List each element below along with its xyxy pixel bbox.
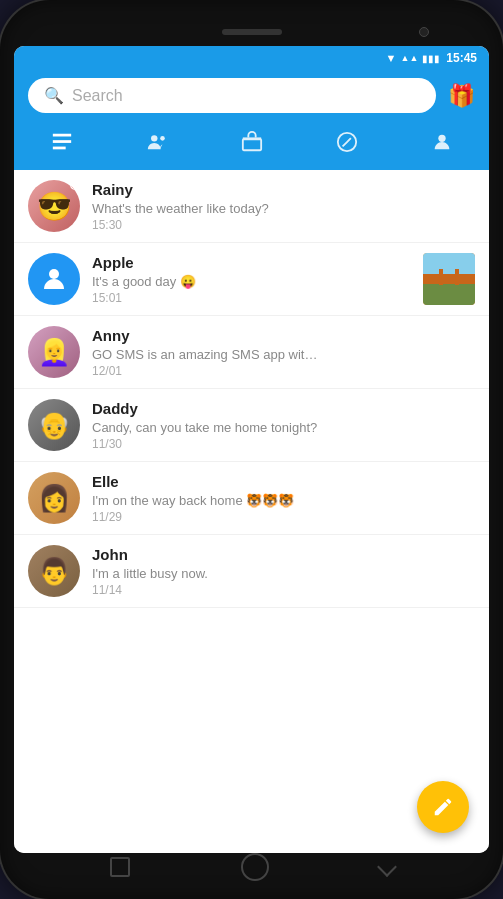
message-time: 12/01 <box>92 364 475 378</box>
avatar-image <box>38 337 70 368</box>
signal-icon: ▼ <box>386 52 397 64</box>
message-preview: GO SMS is an amazing SMS app with co... <box>92 347 322 362</box>
avatar <box>28 253 80 305</box>
contact-name: John <box>92 546 475 563</box>
phone-frame: ▼ ▲▲ ▮▮▮ 15:45 🔍 Search 🎁 <box>0 0 503 899</box>
message-time: 15:30 <box>92 218 475 232</box>
message-preview: I'm a little busy now. <box>92 566 322 581</box>
tab-profile[interactable] <box>421 127 463 162</box>
message-content: Elle I'm on the way back home 🐯🐯🐯 11/29 <box>92 473 475 524</box>
svg-rect-1 <box>52 140 70 143</box>
avatar-image <box>37 190 72 223</box>
compose-fab-button[interactable] <box>417 781 469 833</box>
contact-name: Rainy <box>92 181 475 198</box>
list-item[interactable]: Apple It's a good day 😛 15:01 <box>14 243 489 316</box>
network-icon: ▲▲ <box>400 53 418 63</box>
svg-rect-6 <box>242 139 260 150</box>
speaker <box>222 29 282 35</box>
unread-badge <box>70 180 80 190</box>
status-bar: ▼ ▲▲ ▮▮▮ 15:45 <box>14 46 489 70</box>
bridge-tower-right <box>455 269 459 286</box>
tab-contacts[interactable] <box>136 127 178 162</box>
phone-bottom-bar <box>14 853 489 881</box>
message-thumbnail <box>423 253 475 305</box>
pencil-icon <box>432 796 454 818</box>
message-preview: What's the weather like today? <box>92 201 322 216</box>
status-icons: ▼ ▲▲ ▮▮▮ <box>386 52 441 64</box>
contact-name: Anny <box>92 327 475 344</box>
person-icon <box>39 264 69 294</box>
search-input-area[interactable]: 🔍 Search <box>28 78 436 113</box>
search-bar: 🔍 Search 🎁 <box>14 70 489 121</box>
avatar <box>28 545 80 597</box>
message-content: Rainy What's the weather like today? 15:… <box>92 181 475 232</box>
message-time: 15:01 <box>92 291 413 305</box>
phone-screen: ▼ ▲▲ ▮▮▮ 15:45 🔍 Search 🎁 <box>14 46 489 853</box>
avatar <box>28 326 80 378</box>
avatar <box>28 399 80 451</box>
message-time: 11/30 <box>92 437 475 451</box>
svg-rect-2 <box>52 147 65 150</box>
avatar-image <box>38 410 70 441</box>
search-placeholder: Search <box>72 87 123 105</box>
avatar-image <box>38 556 70 587</box>
messages-list: Rainy What's the weather like today? 15:… <box>14 170 489 853</box>
tab-messages[interactable] <box>41 127 83 162</box>
message-preview: Candy, can you take me home tonight? <box>92 420 322 435</box>
contact-name: Daddy <box>92 400 475 417</box>
message-content: John I'm a little busy now. 11/14 <box>92 546 475 597</box>
message-content: Apple It's a good day 😛 15:01 <box>92 254 413 305</box>
list-item[interactable]: Daddy Candy, can you take me home tonigh… <box>14 389 489 462</box>
message-time: 11/14 <box>92 583 475 597</box>
message-time: 11/29 <box>92 510 475 524</box>
svg-point-4 <box>160 136 165 141</box>
nav-tabs <box>14 121 489 170</box>
message-preview: I'm on the way back home 🐯🐯🐯 <box>92 493 322 508</box>
list-item[interactable]: Anny GO SMS is an amazing SMS app with c… <box>14 316 489 389</box>
message-content: Anny GO SMS is an amazing SMS app with c… <box>92 327 475 378</box>
message-preview: It's a good day 😛 <box>92 274 322 289</box>
bridge-image <box>423 253 475 305</box>
tab-store[interactable] <box>231 127 273 162</box>
back-button[interactable] <box>377 857 397 877</box>
avatar <box>28 472 80 524</box>
list-item[interactable]: Elle I'm on the way back home 🐯🐯🐯 11/29 <box>14 462 489 535</box>
avatar-image <box>38 483 70 514</box>
gift-icon-button[interactable]: 🎁 <box>448 83 475 109</box>
search-icon: 🔍 <box>44 86 64 105</box>
message-content: Daddy Candy, can you take me home tonigh… <box>92 400 475 451</box>
recent-apps-button[interactable] <box>110 857 130 877</box>
svg-point-3 <box>151 135 157 141</box>
tab-discover[interactable] <box>326 127 368 162</box>
svg-rect-0 <box>52 134 70 137</box>
camera <box>419 27 429 37</box>
contact-name: Elle <box>92 473 475 490</box>
battery-icon: ▮▮▮ <box>422 53 440 64</box>
svg-point-9 <box>49 269 59 279</box>
list-item[interactable]: John I'm a little busy now. 11/14 <box>14 535 489 608</box>
status-time: 15:45 <box>446 51 477 65</box>
home-button[interactable] <box>241 853 269 881</box>
svg-point-8 <box>438 135 445 142</box>
phone-top-bar <box>14 18 489 46</box>
list-item[interactable]: Rainy What's the weather like today? 15:… <box>14 170 489 243</box>
contact-name: Apple <box>92 254 413 271</box>
bridge-tower-left <box>439 269 443 286</box>
avatar <box>28 180 80 232</box>
